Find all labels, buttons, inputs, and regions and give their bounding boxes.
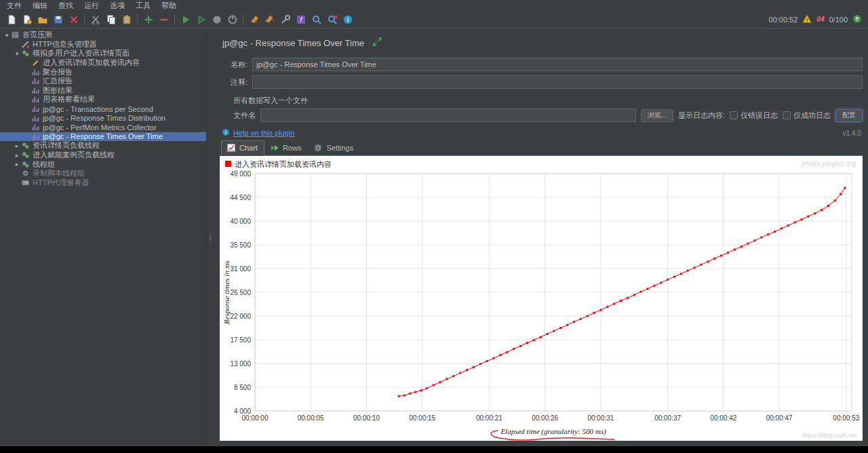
- svg-text:13 000: 13 000: [230, 360, 251, 368]
- start-icon[interactable]: [178, 12, 193, 26]
- clear-icon[interactable]: [247, 12, 261, 26]
- collapse-arrow-icon[interactable]: ▾: [13, 50, 21, 57]
- close-icon[interactable]: [66, 12, 81, 26]
- splitter-grip-icon: ⋮⋮: [208, 234, 214, 241]
- listener-icon: [31, 77, 40, 85]
- tree-item[interactable]: jp@gc - Response Times Distribution: [0, 113, 206, 123]
- warning-icon[interactable]: !: [802, 14, 812, 25]
- tab-rows[interactable]: Rows: [264, 140, 309, 156]
- checkbox-box-icon[interactable]: [730, 111, 738, 119]
- successes-only-checkbox[interactable]: 仅成功日志: [783, 111, 831, 121]
- tab-settings[interactable]: Settings: [308, 140, 360, 156]
- plugin-help-link[interactable]: Help on this plugin: [233, 129, 295, 137]
- errors-only-checkbox[interactable]: 仅错误日志: [730, 111, 778, 121]
- copy-icon[interactable]: [104, 12, 118, 26]
- maximize-panel-icon[interactable]: [372, 37, 382, 49]
- menu-帮助[interactable]: 帮助: [156, 0, 182, 12]
- tree-item[interactable]: ▸资讯详情页负载线程: [0, 141, 206, 151]
- browse-button[interactable]: 浏览...: [641, 109, 673, 122]
- tree-item[interactable]: 聚合报告: [0, 67, 206, 77]
- svg-text:8 500: 8 500: [234, 384, 251, 391]
- svg-text:26 500: 26 500: [230, 289, 251, 296]
- open-file-icon[interactable]: [35, 12, 50, 26]
- menu-查找[interactable]: 查找: [53, 0, 79, 12]
- tree-item[interactable]: 汇总报告: [0, 77, 206, 86]
- filename-input[interactable]: [260, 109, 636, 122]
- paste-icon[interactable]: [119, 12, 134, 26]
- save-icon[interactable]: [51, 12, 65, 26]
- name-input[interactable]: [252, 58, 863, 71]
- filename-label: 文件名: [233, 111, 256, 121]
- svg-text:00:00:42: 00:00:42: [710, 414, 736, 422]
- svg-text:35 500: 35 500: [230, 241, 251, 249]
- script-group-icon: [21, 169, 30, 178]
- panel-splitter[interactable]: ⋮⋮: [207, 28, 214, 446]
- add-icon[interactable]: [141, 12, 155, 26]
- search-icon[interactable]: [309, 12, 323, 26]
- svg-text:40 000: 40 000: [230, 218, 251, 225]
- tree-item[interactable]: ▸进入赋能案例页负载线程: [0, 151, 206, 160]
- thread-group-icon: [21, 141, 30, 150]
- configure-button[interactable]: 配置: [835, 109, 863, 122]
- thread-group-icon: [21, 151, 30, 159]
- stop-icon[interactable]: [210, 12, 224, 26]
- tree-item[interactable]: ▾首页压测: [0, 31, 206, 40]
- tree-item[interactable]: ▸线程组: [0, 159, 206, 169]
- svg-text:进入资讯详情页加载资讯内容: 进入资讯详情页加载资讯内容: [235, 160, 332, 168]
- collapse-arrow-icon[interactable]: ▾: [3, 32, 11, 39]
- tree-item[interactable]: 图形结果: [0, 86, 206, 96]
- tree-item[interactable]: 录制脚本线程组: [0, 169, 206, 178]
- tree-item[interactable]: jp@gc - PerfMon Metrics Collector: [0, 123, 206, 132]
- header-manager-icon: [21, 40, 30, 49]
- sampler-icon: [31, 58, 40, 67]
- menu-编辑[interactable]: 编辑: [27, 0, 53, 12]
- help-icon[interactable]: i: [340, 12, 355, 26]
- toolbox-icon[interactable]: [278, 12, 292, 26]
- new-file-icon[interactable]: [4, 12, 18, 26]
- svg-text:00:00:26: 00:00:26: [532, 414, 558, 422]
- tree-item[interactable]: jp@gc - Transactions per Second: [0, 104, 206, 114]
- toolbar-separator: [84, 14, 85, 25]
- tree-item[interactable]: jp@gc - Response Times Over Time: [0, 132, 206, 142]
- log-display-label: 显示日志内容:: [678, 111, 725, 121]
- listener-icon: [31, 114, 40, 123]
- svg-text:00:00:05: 00:00:05: [298, 414, 324, 422]
- svg-text:17 500: 17 500: [230, 336, 251, 344]
- svg-text:00:00:10: 00:00:10: [353, 414, 380, 422]
- chart-canvas: 4 0008 50013 00017 50022 00026 50031 000…: [220, 156, 863, 441]
- checkbox-box-icon[interactable]: [783, 111, 791, 119]
- function-helper-icon[interactable]: f: [294, 12, 308, 26]
- tab-chart[interactable]: Chart: [221, 140, 264, 156]
- tree-item[interactable]: 用表格察看结果: [0, 95, 206, 104]
- expand-arrow-icon[interactable]: ▸: [13, 161, 21, 168]
- reset-search-icon[interactable]: [325, 12, 339, 26]
- templates-icon[interactable]: [20, 12, 34, 26]
- tree-item[interactable]: HTTP信息头管理器: [0, 40, 206, 50]
- shutdown-icon[interactable]: [225, 12, 239, 26]
- menu-工具[interactable]: 工具: [130, 0, 156, 12]
- listener-icon: [31, 95, 40, 104]
- svg-text:i: i: [347, 16, 349, 23]
- expand-arrow-icon[interactable]: ▸: [13, 152, 21, 159]
- listener-icon: [31, 123, 40, 132]
- tree-item[interactable]: 进入资讯详情页加载资讯内容: [0, 58, 206, 68]
- tree-item[interactable]: ▾模拟多用户进入资讯详情页面: [0, 49, 206, 58]
- menu-文件[interactable]: 文件: [1, 0, 27, 12]
- comments-label: 注释:: [231, 77, 248, 87]
- test-plan-tree: ▾首页压测HTTP信息头管理器▾模拟多用户进入资讯详情页面进入资讯详情页加载资讯…: [0, 28, 207, 446]
- svg-text:00:00:47: 00:00:47: [766, 414, 793, 422]
- tree-item[interactable]: HTTP代理服务器: [0, 178, 206, 188]
- expand-arrow-icon[interactable]: ▸: [13, 142, 21, 149]
- menu-运行[interactable]: 运行: [79, 0, 104, 12]
- thread-group-icon: [21, 49, 30, 58]
- proxy-icon: [21, 178, 30, 187]
- tab-label: Chart: [239, 144, 258, 152]
- tree-item-label: 用表格察看结果: [43, 94, 95, 104]
- remove-icon[interactable]: [157, 12, 171, 26]
- comments-input[interactable]: [252, 75, 863, 89]
- start-no-pauses-icon[interactable]: [194, 12, 208, 26]
- clear-all-icon[interactable]: [262, 12, 277, 26]
- listener-icon: [31, 104, 40, 113]
- cut-icon[interactable]: [88, 12, 102, 26]
- menu-选项[interactable]: 选项: [104, 0, 130, 12]
